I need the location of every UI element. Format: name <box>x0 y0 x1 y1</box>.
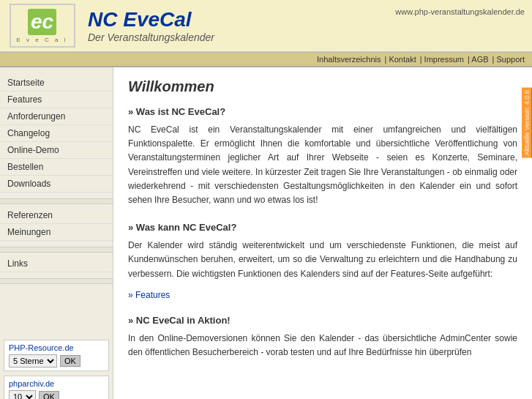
sidebar-item-startseite[interactable]: Startseite <box>0 75 113 92</box>
page-title: Willkommen <box>128 78 517 95</box>
logo-box: ec E v e C a l <box>10 4 75 48</box>
sidebar-section-secondary: Referenzen Meinungen <box>0 207 113 241</box>
sidebar-item-online-demo[interactable]: Online-Demo <box>0 142 113 159</box>
sidebar-divider-3 <box>0 278 113 284</box>
logo-container: ec E v e C a l <box>7 4 77 48</box>
version-badge: Aktuelle Version: 4.0.6 <box>522 88 532 158</box>
section-in-action-heading: » NC EveCal in Aktion! <box>128 315 517 326</box>
sidebar-divider-2 <box>0 247 113 253</box>
rating-phparchiv-select[interactable]: 10 9 8 7 6 5 <box>9 390 36 399</box>
sidebar-divider-1 <box>0 198 113 204</box>
rating-phpresource-row: 5 Sterne 4 Sterne 3 Sterne 2 Sterne 1 St… <box>9 354 104 368</box>
section-what-can: » Was kann NC EveCal? Der Kalender wird … <box>128 222 517 300</box>
rating-phpresource-select[interactable]: 5 Sterne 4 Sterne 3 Sterne 2 Sterne 1 St… <box>9 354 57 368</box>
section-in-action-text: In den Online-Demoversionen können Sie d… <box>128 332 517 359</box>
header: ec E v e C a l NC EveCal Der Veranstaltu… <box>0 0 532 52</box>
sidebar-item-links[interactable]: Links <box>0 256 113 272</box>
nav-contact[interactable]: | Kontakt <box>384 55 416 64</box>
sidebar-item-downloads[interactable]: Downloads <box>0 176 113 193</box>
nav-support[interactable]: | Support <box>492 55 525 64</box>
rating-phpresource-ok[interactable]: OK <box>60 355 80 367</box>
section-what-can-text: Der Kalender wird ständig weiterentwicke… <box>128 239 517 281</box>
nav-agb[interactable]: | AGB <box>468 55 489 64</box>
nav-impressum[interactable]: | Impressum <box>420 55 464 64</box>
nav-contents[interactable]: Inhaltsverzeichnis <box>317 55 381 64</box>
rating-box-phpresource: PHP-Resource.de 5 Sterne 4 Sterne 3 Ster… <box>4 340 109 371</box>
sidebar-section-main: Startseite Features Anforderungen Change… <box>0 75 113 193</box>
section-in-action: » NC EveCal in Aktion! In den Online-Dem… <box>128 315 517 359</box>
main-content: Willkommen » Was ist NC EveCal? NC EveCa… <box>113 67 532 399</box>
sidebar-item-changelog[interactable]: Changelog <box>0 125 113 142</box>
rating-phparchiv-link[interactable]: phparchiv.de <box>9 379 54 388</box>
rating-phpresource-link[interactable]: PHP-Resource.de <box>9 343 74 352</box>
site-subtitle: Der Veranstaltungskalender <box>88 31 525 43</box>
section-what-is-text: NC EveCal ist ein Veranstaltungskalender… <box>128 123 517 207</box>
section-what-is: » Was ist NC EveCal? NC EveCal ist ein V… <box>128 106 517 207</box>
sidebar: Startseite Features Anforderungen Change… <box>0 67 113 399</box>
features-link[interactable]: » Features <box>128 290 170 300</box>
rating-area: PHP-Resource.de 5 Sterne 4 Sterne 3 Ster… <box>4 340 109 399</box>
rating-phparchiv-row: 10 9 8 7 6 5 OK <box>9 390 104 399</box>
sidebar-item-anforderungen[interactable]: Anforderungen <box>0 108 113 125</box>
site-url: www.php-veranstaltungskalender.de <box>395 7 525 16</box>
section-what-can-heading: » Was kann NC EveCal? <box>128 222 517 233</box>
sidebar-item-bestellen[interactable]: Bestellen <box>0 159 113 176</box>
sidebar-item-meinungen[interactable]: Meinungen <box>0 224 113 241</box>
layout: Startseite Features Anforderungen Change… <box>0 67 532 399</box>
nav-bar: Inhaltsverzeichnis | Kontakt | Impressum… <box>0 52 532 67</box>
sidebar-section-links: Links <box>0 256 113 272</box>
rating-box-phparchiv: phparchiv.de 10 9 8 7 6 5 OK <box>4 376 109 399</box>
logo-letters: E v e C a l <box>17 37 68 43</box>
section-what-is-heading: » Was ist NC EveCal? <box>128 106 517 117</box>
logo-ec-icon: ec <box>28 9 56 35</box>
rating-phparchiv-ok[interactable]: OK <box>39 391 59 399</box>
sidebar-item-referenzen[interactable]: Referenzen <box>0 207 113 224</box>
sidebar-item-features[interactable]: Features <box>0 92 113 108</box>
